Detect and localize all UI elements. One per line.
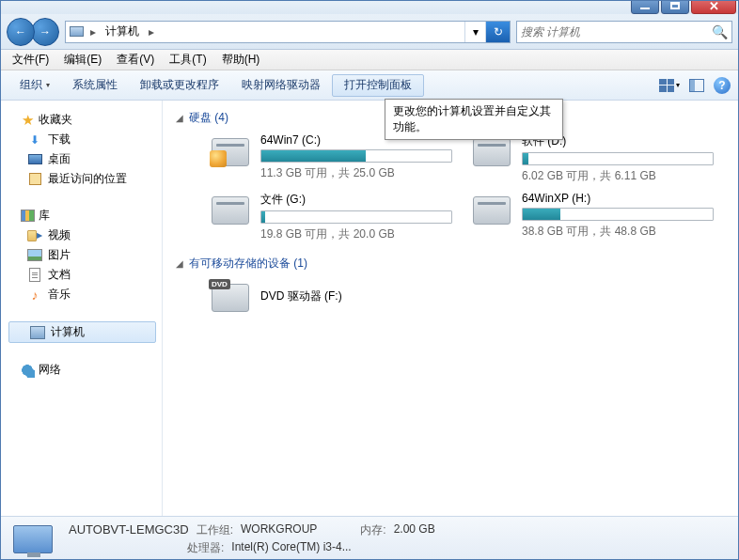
drive-d[interactable]: 软件 (D:) 6.02 GB 可用，共 6.11 GB	[471, 133, 714, 184]
tool-organize[interactable]: 组织	[8, 74, 61, 97]
drive-h[interactable]: 64WinXP (H:) 38.8 GB 可用，共 48.8 GB	[471, 192, 714, 242]
breadcrumb-separator[interactable]: ▸	[86, 25, 100, 39]
drive-g[interactable]: 文件 (G:) 19.8 GB 可用，共 20.0 GB	[210, 192, 452, 242]
tree-item-desktop[interactable]: 桌面	[7, 149, 162, 169]
forward-button[interactable]: →	[31, 18, 59, 46]
maximize-button[interactable]	[661, 0, 689, 14]
minimize-icon	[640, 8, 650, 9]
menu-help[interactable]: 帮助(H)	[214, 50, 268, 70]
hdd-icon	[473, 196, 511, 225]
menu-view[interactable]: 查看(V)	[109, 50, 162, 70]
address-dropdown[interactable]: ▾	[464, 22, 485, 42]
grid-icon	[659, 79, 674, 92]
monitor-icon	[13, 525, 53, 553]
hdd-icon	[473, 138, 511, 166]
navigation-pane: ★ 收藏夹 ⬇ 下载 桌面 最近访问的位置 库	[1, 101, 163, 516]
computer-icon	[30, 325, 45, 340]
back-button[interactable]: ←	[7, 18, 35, 46]
drive-c[interactable]: 64Win7 (C:) 11.3 GB 可用，共 25.0 GB	[210, 133, 452, 184]
toolbar-right-icons: ▾ ?	[659, 77, 731, 94]
search-bar[interactable]: 🔍	[516, 21, 732, 43]
drives-container: 64Win7 (C:) 11.3 GB 可用，共 25.0 GB 软件 (D:)…	[210, 133, 725, 242]
tool-properties[interactable]: 系统属性	[61, 74, 129, 97]
tree-item-downloads[interactable]: ⬇ 下载	[7, 130, 162, 149]
tree-network-group: 网络	[7, 360, 162, 380]
item-label: 下载	[48, 132, 71, 148]
tree-item-music[interactable]: ♪ 音乐	[7, 285, 162, 304]
drive-dvd[interactable]: DVD 驱动器 (F:)	[210, 279, 452, 317]
section-label: 硬盘 (4)	[189, 110, 228, 126]
tree-computer-group: 计算机	[7, 321, 162, 343]
tree-item-recent[interactable]: 最近访问的位置	[7, 169, 162, 189]
drive-stats: 38.8 GB 可用，共 48.8 GB	[522, 224, 714, 240]
status-line-1: AUTOBVT-LEMGC3D 工作组: WORKGROUP 内存: 2.00 …	[69, 522, 435, 538]
status-line-2: 处理器: Intel(R) Core(TM) i3-4...	[69, 540, 435, 556]
view-mode-button[interactable]: ▾	[659, 79, 680, 92]
breadcrumb-computer[interactable]: 计算机	[100, 22, 145, 42]
help-button[interactable]: ?	[714, 77, 731, 94]
workgroup-value: WORKGROUP	[241, 522, 317, 538]
cpu-value: Intel(R) Core(TM) i3-4...	[231, 540, 351, 556]
search-icon[interactable]: 🔍	[712, 24, 728, 39]
drive-icon	[210, 133, 251, 171]
close-button[interactable]: ✕	[691, 0, 736, 14]
window-buttons: ✕	[631, 1, 736, 14]
spacer	[324, 522, 353, 538]
item-label: 网络	[39, 362, 61, 378]
drive-progress	[522, 152, 714, 165]
tool-mapdrive[interactable]: 映射网络驱动器	[230, 74, 332, 97]
favorites-label: 收藏夹	[39, 112, 72, 128]
chevron-down-icon: ▾	[473, 25, 479, 39]
item-label: 桌面	[48, 151, 71, 167]
collapse-icon: ◢	[176, 113, 183, 123]
desktop-icon	[27, 152, 42, 167]
section-head-removable[interactable]: ◢ 有可移动存储的设备 (1)	[176, 256, 725, 272]
search-input[interactable]	[521, 25, 712, 39]
documents-icon	[27, 268, 42, 283]
main-area: ★ 收藏夹 ⬇ 下载 桌面 最近访问的位置 库	[1, 101, 738, 516]
tool-uninstall[interactable]: 卸载或更改程序	[129, 74, 230, 97]
hdd-icon	[212, 196, 249, 225]
tree-head-libraries[interactable]: 库	[7, 206, 162, 226]
menu-file[interactable]: 文件(F)	[5, 50, 56, 70]
maximize-icon	[670, 2, 680, 9]
address-bar[interactable]: ▸ 计算机 ▸ ▾ ↻	[65, 21, 511, 43]
tree-item-computer[interactable]: 计算机	[8, 321, 156, 343]
drive-stats: 19.8 GB 可用，共 20.0 GB	[260, 226, 452, 242]
menu-edit[interactable]: 编辑(E)	[56, 50, 109, 70]
drive-name: DVD 驱动器 (F:)	[260, 288, 452, 304]
drive-progress	[260, 149, 452, 163]
drive-icon	[210, 279, 251, 317]
nav-buttons: ← →	[7, 18, 59, 46]
status-bar: AUTOBVT-LEMGC3D 工作组: WORKGROUP 内存: 2.00 …	[1, 516, 738, 560]
star-icon: ★	[20, 113, 35, 128]
item-label: 最近访问的位置	[48, 171, 127, 187]
collapse-icon: ◢	[176, 258, 183, 269]
drive-fill	[261, 211, 265, 223]
memory-label: 内存:	[360, 522, 385, 538]
tree-item-network[interactable]: 网络	[7, 360, 162, 380]
tree-head-favorites[interactable]: ★ 收藏夹	[7, 110, 162, 130]
content-pane: ◢ 硬盘 (4) 64Win7 (C:) 11.3 GB 可用，共 25.0 G…	[163, 101, 738, 516]
address-icon	[66, 22, 86, 42]
close-icon: ✕	[709, 0, 719, 13]
minimize-button[interactable]	[631, 0, 659, 14]
item-label: 图片	[48, 247, 71, 263]
status-text: AUTOBVT-LEMGC3D 工作组: WORKGROUP 内存: 2.00 …	[69, 522, 435, 556]
pictures-icon	[27, 248, 42, 263]
menu-tools[interactable]: 工具(T)	[162, 50, 213, 70]
cpu-label: 处理器:	[187, 540, 224, 556]
drive-progress	[260, 210, 452, 224]
tree-item-video[interactable]: 视频	[7, 226, 162, 245]
drive-progress	[522, 208, 714, 221]
help-icon: ?	[718, 79, 725, 92]
tree-item-pictures[interactable]: 图片	[7, 245, 162, 265]
preview-pane-button[interactable]	[689, 79, 704, 92]
refresh-button[interactable]: ↻	[485, 22, 510, 42]
breadcrumb-separator[interactable]: ▸	[145, 25, 158, 39]
tool-controlpanel[interactable]: 打开控制面板	[332, 74, 424, 97]
item-label: 计算机	[51, 324, 85, 340]
drive-icon	[210, 192, 251, 229]
tree-item-documents[interactable]: 文档	[7, 265, 162, 285]
tree-libraries: 库 视频 图片 文档 ♪ 音乐	[7, 206, 162, 304]
